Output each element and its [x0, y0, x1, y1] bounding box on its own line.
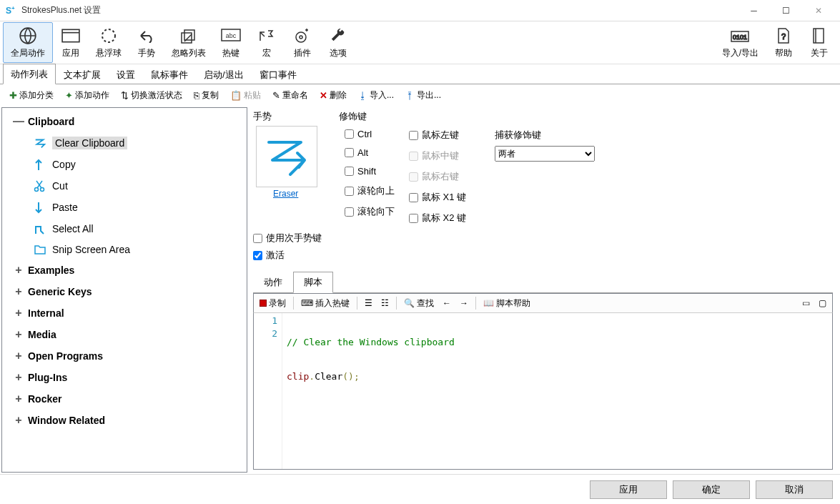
- subtab-settings[interactable]: 设置: [109, 64, 143, 84]
- svg-text:0101: 0101: [733, 34, 747, 41]
- titlebar: S+ StrokesPlus.net 设置 ─ ☐ ✕: [0, 0, 840, 21]
- modifier-checkbox[interactable]: 滚轮向上: [345, 184, 395, 197]
- tree-item[interactable]: Snip Screen Area: [2, 239, 247, 260]
- tree-category[interactable]: +Generic Keys: [2, 281, 247, 302]
- gear-plus-icon: [294, 26, 311, 46]
- import-button[interactable]: ⭳导入...: [353, 87, 399, 104]
- tree-category[interactable]: +Examples: [2, 260, 247, 281]
- tree-category[interactable]: +Rocker: [2, 388, 247, 410]
- tree-item[interactable]: Clear Clipboard: [2, 132, 247, 154]
- expand-button[interactable]: ▢: [816, 297, 829, 310]
- toolbar-ignore-list[interactable]: 忽略列表: [164, 23, 213, 62]
- code-tab-script[interactable]: 脚本: [293, 272, 333, 293]
- tree-item[interactable]: Copy: [2, 154, 247, 175]
- export-icon: ⭱: [405, 90, 415, 101]
- code-tab-action[interactable]: 动作: [253, 272, 293, 293]
- use-secondary-checkbox[interactable]: 使用次手势键: [253, 232, 833, 244]
- paste-button[interactable]: 📋粘贴: [225, 87, 266, 104]
- toolbar-macros[interactable]: 宏: [249, 23, 285, 62]
- modifier-checkbox[interactable]: Ctrl: [345, 129, 395, 139]
- expand-icon[interactable]: +: [9, 285, 28, 298]
- toggle-active-button[interactable]: ⇅切换激活状态: [116, 87, 187, 104]
- tree-item[interactable]: Paste: [2, 197, 247, 218]
- gesture-name-link[interactable]: Eraser: [273, 189, 298, 199]
- script-help-button[interactable]: 📖脚本帮助: [480, 296, 533, 311]
- delete-button[interactable]: ✕删除: [315, 87, 352, 104]
- stack-icon: [180, 26, 197, 46]
- subtab-action-list[interactable]: 动作列表: [3, 64, 56, 84]
- expand-icon[interactable]: +: [9, 328, 28, 341]
- tree-panel[interactable]: —ClipboardClear ClipboardCopyCutPasteSel…: [1, 107, 247, 473]
- subtab-mouse-events[interactable]: 鼠标事件: [143, 64, 196, 84]
- code-editor[interactable]: 1 2 // Clear the Windows clipboard clip.…: [253, 313, 833, 470]
- apply-button[interactable]: 应用: [590, 480, 667, 499]
- expand-icon[interactable]: +: [9, 264, 28, 277]
- svg-point-3: [102, 29, 115, 42]
- toolbar-about[interactable]: 关于: [801, 23, 837, 62]
- collapse-button[interactable]: ▭: [799, 297, 813, 310]
- expand-icon[interactable]: +: [9, 307, 28, 320]
- minimize-button[interactable]: ─: [738, 0, 770, 21]
- modifier-checkbox[interactable]: Shift: [345, 166, 395, 177]
- toolbar-applications[interactable]: 应用: [53, 23, 89, 62]
- tree-category[interactable]: —Clipboard: [2, 111, 247, 132]
- tree-item[interactable]: Select All: [2, 218, 247, 239]
- rename-button[interactable]: ✎重命名: [267, 87, 313, 104]
- book-icon: 📖: [483, 298, 494, 308]
- maximize-button[interactable]: ☐: [770, 0, 802, 21]
- expand-icon[interactable]: +: [9, 350, 28, 362]
- find-button[interactable]: 🔍查找: [401, 296, 437, 311]
- active-checkbox[interactable]: 激活: [253, 249, 833, 262]
- modifier-checkbox[interactable]: 鼠标 X2 键: [409, 212, 466, 224]
- modifier-checkbox[interactable]: 鼠标 X1 键: [409, 191, 466, 204]
- close-button[interactable]: ✕: [802, 0, 834, 21]
- copy-button[interactable]: ⎘复制: [189, 87, 224, 104]
- outdent-button[interactable]: ☷: [378, 297, 392, 310]
- insert-hotkey-button[interactable]: ⌨插入热键: [298, 296, 352, 311]
- toolbar-hotkeys[interactable]: abc 热键: [213, 23, 249, 62]
- gesture-preview[interactable]: [256, 126, 317, 187]
- cancel-button[interactable]: 取消: [756, 480, 833, 499]
- modifier-checkbox: 鼠标右键: [409, 170, 466, 183]
- toolbar-global-actions[interactable]: 全局动作: [3, 22, 53, 63]
- svg-point-10: [300, 36, 302, 39]
- tree-category[interactable]: +Plug-Ins: [2, 367, 247, 388]
- svg-rect-1: [62, 29, 79, 41]
- record-button[interactable]: 录制: [257, 296, 289, 311]
- indent-button[interactable]: ☰: [362, 297, 375, 310]
- modifier-checkbox[interactable]: 滚轮向下: [345, 205, 395, 218]
- add-action-button[interactable]: ✦添加动作: [60, 87, 114, 104]
- export-button[interactable]: ⭱导出...: [400, 87, 446, 104]
- tree-category[interactable]: +Media: [2, 324, 247, 345]
- expand-icon[interactable]: +: [9, 414, 28, 427]
- modifier-checkbox[interactable]: Alt: [345, 147, 395, 158]
- toolbar-import-export[interactable]: 0101 导入/导出: [715, 23, 766, 62]
- toolbar-options[interactable]: 选项: [320, 23, 356, 62]
- subtab-startup-exit[interactable]: 启动/退出: [196, 64, 252, 84]
- next-button[interactable]: →: [457, 297, 471, 310]
- tree-category[interactable]: +Open Programs: [2, 345, 247, 367]
- arrow-up-icon: [34, 158, 48, 171]
- toolbar-floater[interactable]: 悬浮球: [89, 23, 129, 62]
- prev-button[interactable]: ←: [440, 297, 454, 310]
- toolbar-gestures[interactable]: 手势: [129, 23, 164, 62]
- ok-button[interactable]: 确定: [673, 480, 750, 499]
- tree-category[interactable]: +Internal: [2, 302, 247, 324]
- add-category-button[interactable]: ✚添加分类: [4, 87, 59, 104]
- collapse-icon[interactable]: —: [9, 115, 28, 128]
- capture-modifier-select[interactable]: 两者: [495, 146, 595, 162]
- tree-category[interactable]: +Window Related: [2, 410, 247, 431]
- toolbar-help[interactable]: ? 帮助: [766, 23, 801, 62]
- undo-arrow-icon: [138, 26, 155, 46]
- toolbar-plugins[interactable]: 插件: [285, 23, 320, 62]
- subtab-window-events[interactable]: 窗口事件: [252, 64, 305, 84]
- modifier-checkbox[interactable]: 鼠标左键: [409, 129, 466, 142]
- expand-icon[interactable]: +: [9, 371, 28, 384]
- subtab-text-expansion[interactable]: 文本扩展: [56, 64, 109, 84]
- plus-icon: ✚: [9, 90, 17, 101]
- svg-point-15: [41, 188, 44, 192]
- tree-item[interactable]: Cut: [2, 175, 247, 197]
- svg-rect-4: [182, 33, 192, 43]
- gesture-group-title: 手势: [253, 110, 332, 123]
- expand-icon[interactable]: +: [9, 392, 28, 405]
